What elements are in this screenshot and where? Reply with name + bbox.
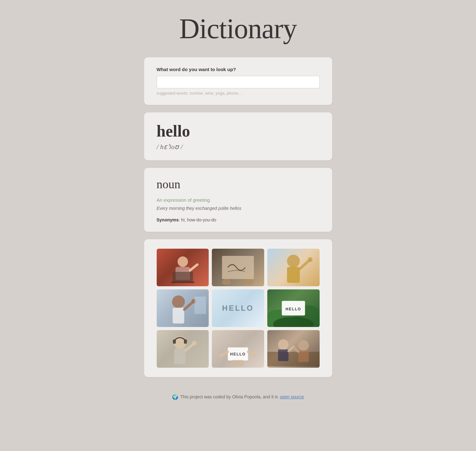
- svg-point-12: [172, 295, 185, 308]
- svg-line-14: [184, 302, 193, 309]
- svg-line-31: [221, 352, 228, 356]
- svg-point-7: [245, 279, 254, 285]
- svg-rect-3: [171, 281, 194, 283]
- svg-line-27: [186, 344, 194, 350]
- svg-rect-2: [172, 272, 193, 282]
- svg-line-40: [293, 347, 298, 352]
- footer-text: This project was coded by Olivia Popoola…: [180, 394, 278, 399]
- svg-rect-34: [267, 352, 320, 366]
- image-1[interactable]: [157, 249, 209, 286]
- svg-rect-39: [298, 350, 309, 362]
- definition-meaning: An expression of greeting: [157, 197, 320, 204]
- image-3[interactable]: [267, 249, 320, 286]
- svg-point-35: [278, 339, 288, 350]
- svg-point-11: [308, 257, 312, 262]
- image-4[interactable]: [157, 289, 209, 327]
- images-grid: HELLO HELLO: [157, 249, 320, 368]
- svg-point-8: [287, 255, 300, 267]
- image-2[interactable]: [212, 249, 264, 286]
- svg-text:HELLO: HELLO: [230, 352, 246, 356]
- svg-rect-33: [232, 360, 244, 366]
- svg-line-10: [300, 260, 310, 269]
- image-6[interactable]: HELLO: [267, 289, 320, 327]
- svg-point-0: [177, 256, 188, 267]
- word-heading: hello: [157, 122, 320, 140]
- image-8[interactable]: HELLO: [212, 330, 264, 368]
- svg-line-4: [190, 264, 197, 270]
- search-input[interactable]: [157, 76, 320, 88]
- page-title: Dictionary: [179, 13, 297, 45]
- definition-card: noun An expression of greeting Every mor…: [144, 168, 332, 232]
- svg-rect-5: [222, 256, 254, 279]
- svg-point-28: [192, 341, 196, 345]
- search-label: What word do you want to look up?: [157, 67, 320, 72]
- svg-rect-24: [173, 340, 175, 344]
- word-card: hello / hɛˈloʊ /: [144, 112, 332, 160]
- suggested-words: suggested words: sunrise, wine, yoga, ph…: [157, 91, 320, 96]
- svg-point-6: [222, 279, 231, 285]
- definition-example: Every morning they exchanged polite hell…: [157, 205, 320, 212]
- svg-rect-17: [194, 296, 206, 314]
- svg-point-38: [298, 340, 309, 350]
- svg-text:HELLO: HELLO: [285, 307, 301, 311]
- earth-icon: 🌍: [172, 394, 178, 400]
- synonyms-label: Synonyms: [157, 217, 179, 222]
- image-7[interactable]: [157, 330, 209, 368]
- svg-rect-36: [278, 349, 288, 361]
- image-9[interactable]: [267, 330, 320, 368]
- synonyms-values: : hi, how-do-you-do: [179, 217, 216, 222]
- synonyms-line: Synonyms: hi, how-do-you-do: [157, 217, 320, 222]
- phonetic: / hɛˈloʊ /: [157, 143, 320, 151]
- part-of-speech: noun: [157, 177, 320, 191]
- footer: 🌍 This project was coded by Olivia Popoo…: [172, 394, 304, 400]
- svg-rect-26: [174, 348, 186, 364]
- svg-rect-25: [184, 340, 187, 344]
- svg-line-32: [248, 352, 255, 356]
- images-card: HELLO HELLO: [144, 239, 332, 377]
- image-5[interactable]: HELLO: [212, 289, 264, 327]
- search-card: What word do you want to look up? sugges…: [144, 57, 332, 105]
- svg-rect-9: [287, 267, 300, 283]
- svg-rect-13: [172, 308, 184, 324]
- open-source-link[interactable]: open source: [280, 394, 304, 399]
